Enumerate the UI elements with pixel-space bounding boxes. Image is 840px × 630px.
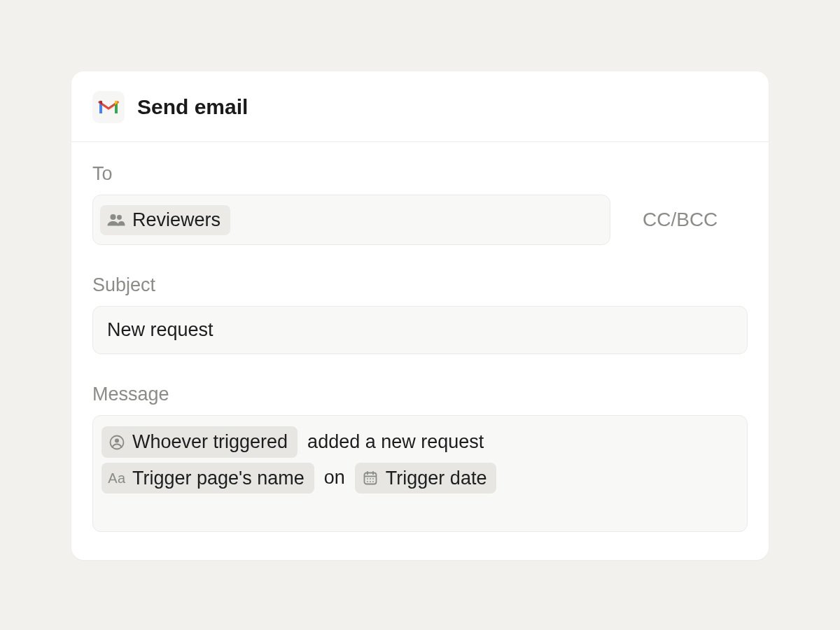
gmail-icon [92, 91, 125, 123]
to-label: To [92, 163, 748, 185]
svg-point-1 [117, 215, 122, 220]
people-icon [107, 214, 125, 226]
svg-point-12 [370, 481, 371, 482]
message-input[interactable]: Whoever triggered added a new request Aa… [92, 415, 748, 532]
token-whoever-triggered[interactable]: Whoever triggered [102, 426, 298, 457]
ccbcc-button[interactable]: CC/BCC [643, 209, 718, 231]
to-chip-label: Reviewers [132, 211, 220, 230]
message-text: added a new request [306, 424, 485, 460]
card-title: Send email [137, 95, 248, 119]
token-trigger-date[interactable]: Trigger date [355, 463, 497, 493]
text-type-icon: Aa [108, 471, 125, 485]
subject-box[interactable] [92, 306, 748, 354]
svg-point-13 [372, 481, 374, 482]
message-label: Message [92, 384, 748, 405]
send-email-card: Send email To Reviewers CC/ [71, 71, 769, 560]
to-chip-reviewers[interactable]: Reviewers [100, 205, 230, 235]
calendar-icon [362, 470, 379, 486]
svg-point-3 [115, 438, 119, 442]
svg-point-8 [367, 478, 368, 479]
svg-point-9 [370, 478, 371, 479]
card-header: Send email [71, 71, 769, 142]
token-label: Trigger page's name [132, 467, 304, 489]
subject-input[interactable] [107, 319, 733, 341]
card-body: To Reviewers CC/BCC Subject [71, 142, 769, 560]
svg-point-11 [367, 481, 368, 482]
token-label: Whoever triggered [132, 430, 288, 453]
subject-label: Subject [92, 274, 748, 296]
message-line-1: Whoever triggered added a new request [102, 424, 738, 460]
to-input[interactable]: Reviewers [92, 195, 610, 245]
svg-point-0 [111, 214, 116, 220]
person-circle-icon [108, 435, 125, 450]
message-line-2: Aa Trigger page's name on [102, 460, 738, 496]
svg-point-10 [372, 478, 374, 479]
token-trigger-page-name[interactable]: Aa Trigger page's name [102, 463, 314, 493]
token-label: Trigger date [386, 467, 487, 489]
message-text: on [323, 460, 346, 496]
to-row: Reviewers CC/BCC [92, 195, 748, 245]
